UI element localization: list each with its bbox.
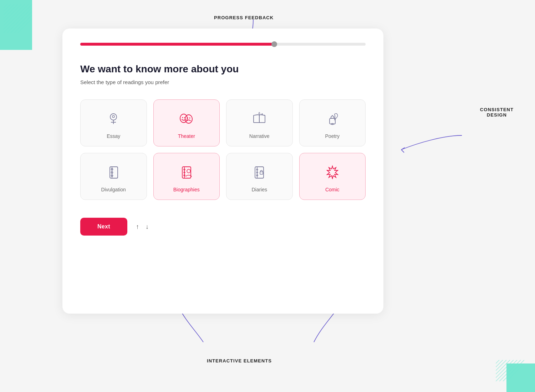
genre-card-biographies[interactable]: Biographies (153, 153, 220, 200)
arrow-consistent (398, 132, 469, 160)
theater-label: Theater (178, 133, 195, 139)
biographies-label: Biographies (173, 187, 200, 192)
essay-icon (104, 110, 123, 128)
svg-point-21 (110, 114, 117, 120)
progress-bar (80, 43, 366, 46)
narrative-label: Narrative (249, 133, 270, 139)
genre-card-narrative[interactable]: Narrative (226, 99, 293, 146)
svg-point-26 (182, 117, 183, 118)
theater-icon (177, 110, 196, 128)
genre-card-comic[interactable]: Comic (299, 153, 366, 200)
corner-decoration-br (492, 349, 535, 392)
diaries-label: Diaries (251, 187, 267, 192)
svg-point-24 (112, 115, 114, 118)
card-subtitle: Select the type of readings you prefer (80, 79, 366, 85)
card-title: We want to know more about you (80, 63, 366, 75)
svg-point-46 (187, 169, 190, 173)
diaries-icon (250, 163, 269, 182)
bottom-row: Next ↑ ↓ (80, 218, 366, 236)
essay-label: Essay (107, 133, 120, 139)
genre-card-essay[interactable]: Essay (80, 99, 147, 146)
next-button[interactable]: Next (80, 218, 127, 236)
svg-point-30 (189, 118, 190, 119)
genre-grid: Essay Theater (80, 99, 366, 200)
comic-label: Comic (325, 187, 340, 192)
svg-line-13 (496, 360, 503, 367)
genre-card-poetry[interactable]: Poetry (299, 99, 366, 146)
narrative-icon (250, 110, 269, 128)
corner-decoration-tl (0, 0, 39, 57)
svg-point-25 (180, 114, 187, 123)
divulgation-label: Divulgation (101, 187, 126, 192)
poetry-label: Poetry (325, 133, 340, 139)
poetry-icon (323, 110, 342, 128)
divulgation-icon (104, 163, 123, 182)
progress-bar-fill (80, 43, 274, 46)
svg-rect-52 (260, 172, 263, 174)
svg-line-12 (496, 360, 499, 363)
genre-card-divulgation[interactable]: Divulgation (80, 153, 147, 200)
svg-point-28 (185, 115, 192, 123)
svg-line-14 (496, 360, 506, 371)
interactive-elements-label: INTERACTIVE ELEMENTS (207, 358, 272, 363)
genre-card-theater[interactable]: Theater (153, 99, 220, 146)
comic-icon (323, 163, 342, 182)
nav-arrow-up[interactable]: ↑ (134, 222, 141, 232)
consistent-design-label: CONSISTENT DESIGN (480, 107, 514, 118)
svg-point-29 (187, 118, 188, 119)
nav-arrow-down[interactable]: ↓ (144, 222, 150, 232)
biographies-icon (177, 163, 196, 182)
genre-card-diaries[interactable]: Diaries (226, 153, 293, 200)
main-card: We want to know more about you Select th… (62, 29, 383, 314)
nav-arrows: ↑ ↓ (134, 222, 150, 232)
progress-dot (271, 41, 277, 47)
